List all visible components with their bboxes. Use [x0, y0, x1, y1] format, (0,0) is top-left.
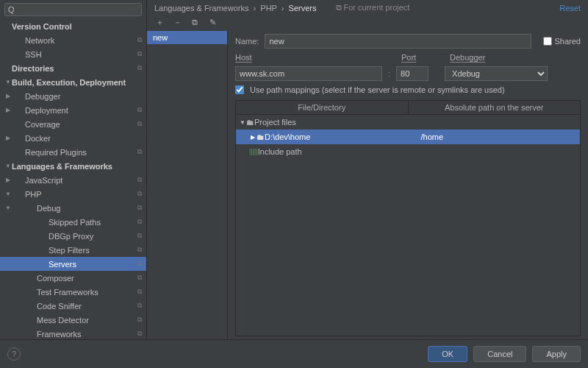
crumb-mid[interactable]: PHP: [260, 4, 276, 13]
tree-label: Network: [12, 36, 142, 45]
host-input[interactable]: [235, 66, 382, 81]
chevron-down-icon[interactable]: [4, 79, 12, 85]
table-row[interactable]: 🖿 Project files: [236, 115, 580, 130]
copy-button[interactable]: ⧉: [190, 18, 200, 27]
project-scope-icon: ⧉: [137, 50, 142, 58]
server-item-new[interactable]: new: [147, 31, 227, 44]
scope-label: ⧉For current project: [336, 3, 410, 13]
apply-button[interactable]: Apply: [532, 346, 581, 362]
tree-label: DBGp Proxy: [12, 232, 142, 241]
settings-sidebar: Version ControlNetwork⧉SSH⧉Directories⧉B…: [0, 0, 147, 339]
remote-path[interactable]: /home: [421, 132, 578, 141]
tree-label: Version Control: [12, 22, 142, 31]
server-toolbar: ＋ － ⧉ ✎: [147, 15, 588, 31]
chevron-right-icon[interactable]: [4, 107, 12, 113]
reset-link[interactable]: Reset: [559, 4, 581, 13]
colon: :: [388, 69, 390, 78]
tree-label: Composer: [12, 274, 142, 283]
sidebar-item-composer[interactable]: Composer⧉: [0, 271, 146, 285]
tree-label: SSH: [12, 50, 142, 59]
sidebar-item-directories[interactable]: Directories⧉: [0, 61, 146, 75]
chevron-right-icon[interactable]: [249, 134, 257, 141]
sidebar-item-required-plugins[interactable]: Required Plugins⧉: [0, 145, 146, 159]
mappings-checkbox[interactable]: [235, 85, 244, 94]
chevron-right-icon[interactable]: [4, 135, 12, 141]
tree-label: JavaScript: [12, 176, 142, 185]
tree-label: Deployment: [12, 106, 142, 115]
project-files-label: Project files: [254, 118, 577, 127]
name-input[interactable]: [265, 34, 531, 49]
help-button[interactable]: ?: [7, 347, 21, 361]
sidebar-item-code-sniffer[interactable]: Code Sniffer⧉: [0, 299, 146, 313]
sidebar-item-version-control[interactable]: Version Control: [0, 19, 146, 33]
project-scope-icon: ⧉: [137, 36, 142, 44]
mappings-table: File/Directory Absolute path on the serv…: [235, 100, 581, 336]
breadcrumb: Languages & Frameworks › PHP › Servers: [154, 4, 317, 13]
table-row[interactable]: ||||| Include path: [236, 144, 580, 159]
sidebar-item-docker[interactable]: Docker: [0, 131, 146, 145]
port-input[interactable]: [396, 66, 429, 81]
local-path: D:\dev\home: [265, 132, 421, 141]
settings-tree[interactable]: Version ControlNetwork⧉SSH⧉Directories⧉B…: [0, 19, 146, 339]
sidebar-item-languages-frameworks[interactable]: Languages & Frameworks: [0, 159, 146, 173]
include-icon: |||||: [249, 148, 258, 155]
server-list[interactable]: new: [147, 31, 228, 339]
tree-label: Debugger: [12, 92, 142, 101]
cancel-button[interactable]: Cancel: [473, 346, 526, 362]
project-scope-icon: ⧉: [137, 232, 142, 240]
tree-label: Languages & Frameworks: [12, 162, 142, 171]
sidebar-item-servers[interactable]: Servers⧉: [0, 257, 146, 271]
sidebar-item-ssh[interactable]: SSH⧉: [0, 47, 146, 61]
col-absolute-path[interactable]: Absolute path on the server: [409, 101, 581, 114]
tree-label: Directories: [12, 64, 142, 73]
tree-label: Servers: [12, 260, 142, 269]
ok-button[interactable]: OK: [428, 346, 467, 362]
chevron-down-icon[interactable]: [4, 191, 12, 197]
sidebar-item-test-frameworks[interactable]: Test Frameworks⧉: [0, 285, 146, 299]
copy-icon: ⧉: [336, 3, 342, 12]
shared-label: Shared: [555, 37, 581, 46]
folder-icon: 🖿: [257, 132, 265, 141]
sidebar-item-skipped-paths[interactable]: Skipped Paths⧉: [0, 215, 146, 229]
col-file-directory[interactable]: File/Directory: [236, 101, 409, 114]
sidebar-item-network[interactable]: Network⧉: [0, 33, 146, 47]
project-scope-icon: ⧉: [137, 302, 142, 310]
project-scope-icon: ⧉: [137, 288, 142, 296]
search-box: [4, 3, 142, 16]
shared-checkbox[interactable]: [543, 37, 552, 46]
sidebar-item-frameworks[interactable]: Frameworks⧉: [0, 327, 146, 339]
chevron-down-icon[interactable]: [239, 119, 246, 126]
include-path-label: Include path: [258, 147, 577, 156]
shared-checkbox-wrap: Shared: [543, 37, 581, 46]
project-scope-icon: ⧉: [137, 260, 142, 268]
chevron-right-icon[interactable]: [4, 93, 12, 99]
sidebar-item-build-execution-deployment[interactable]: Build, Execution, Deployment: [0, 75, 146, 89]
chevron-right-icon[interactable]: [4, 177, 12, 183]
sidebar-item-deployment[interactable]: Deployment⧉: [0, 103, 146, 117]
sidebar-item-dbgp-proxy[interactable]: DBGp Proxy⧉: [0, 229, 146, 243]
table-row[interactable]: 🖿 D:\dev\home /home: [236, 130, 580, 144]
chevron-down-icon[interactable]: [4, 163, 12, 169]
debugger-select[interactable]: Xdebug: [445, 66, 548, 81]
tree-label: Skipped Paths: [12, 218, 142, 227]
sidebar-item-javascript[interactable]: JavaScript⧉: [0, 173, 146, 187]
import-button[interactable]: ✎: [207, 18, 218, 27]
remove-button[interactable]: －: [172, 17, 182, 28]
add-button[interactable]: ＋: [154, 17, 165, 28]
sidebar-item-coverage[interactable]: Coverage⧉: [0, 117, 146, 131]
sidebar-item-debugger[interactable]: Debugger: [0, 89, 146, 103]
tree-label: Step Filters: [12, 246, 142, 255]
sidebar-item-php[interactable]: PHP⧉: [0, 187, 146, 201]
search-input[interactable]: [4, 3, 142, 16]
project-scope-icon: ⧉: [137, 246, 142, 254]
project-scope-icon: ⧉: [137, 218, 142, 226]
project-scope-icon: ⧉: [137, 190, 142, 198]
project-scope-icon: ⧉: [137, 176, 142, 184]
sidebar-item-mess-detector[interactable]: Mess Detector⧉: [0, 313, 146, 327]
name-label: Name:: [235, 37, 259, 46]
sidebar-item-step-filters[interactable]: Step Filters⧉: [0, 243, 146, 257]
crumb-root[interactable]: Languages & Frameworks: [154, 4, 248, 13]
sidebar-item-debug[interactable]: Debug⧉: [0, 201, 146, 215]
tree-label: Coverage: [12, 120, 142, 129]
chevron-down-icon[interactable]: [4, 205, 12, 211]
